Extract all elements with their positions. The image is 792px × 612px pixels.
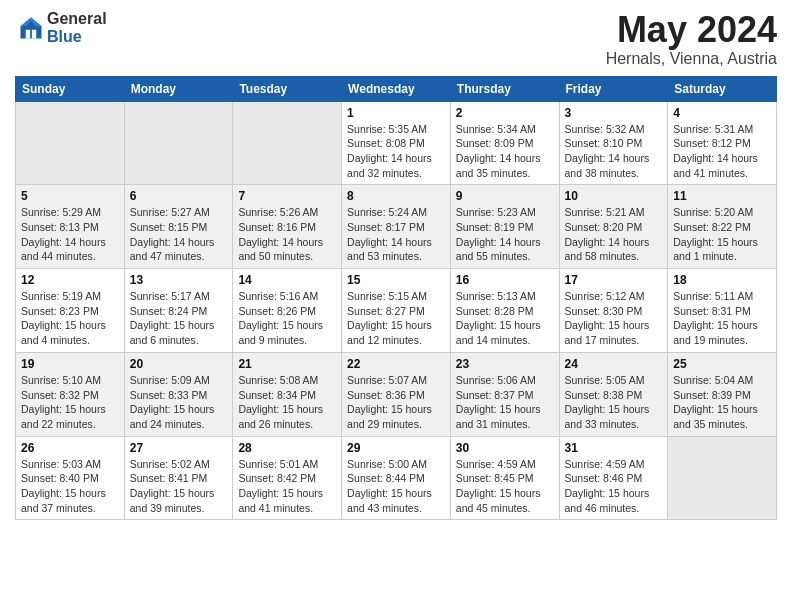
day-number: 10	[565, 189, 663, 203]
table-row	[16, 101, 125, 185]
day-info: Sunrise: 5:07 AM Sunset: 8:36 PM Dayligh…	[347, 373, 445, 432]
day-info: Sunrise: 5:35 AM Sunset: 8:08 PM Dayligh…	[347, 122, 445, 181]
calendar-header-row: Sunday Monday Tuesday Wednesday Thursday…	[16, 76, 777, 101]
table-row: 22 Sunrise: 5:07 AM Sunset: 8:36 PM Dayl…	[342, 352, 451, 436]
day-info: Sunrise: 5:29 AM Sunset: 8:13 PM Dayligh…	[21, 205, 119, 264]
calendar-row: 12 Sunrise: 5:19 AM Sunset: 8:23 PM Dayl…	[16, 269, 777, 353]
day-number: 21	[238, 357, 336, 371]
calendar-row: 19 Sunrise: 5:10 AM Sunset: 8:32 PM Dayl…	[16, 352, 777, 436]
day-number: 26	[21, 441, 119, 455]
day-number: 1	[347, 106, 445, 120]
day-info: Sunrise: 5:02 AM Sunset: 8:41 PM Dayligh…	[130, 457, 228, 516]
col-saturday: Saturday	[668, 76, 777, 101]
table-row: 9 Sunrise: 5:23 AM Sunset: 8:19 PM Dayli…	[450, 185, 559, 269]
table-row: 25 Sunrise: 5:04 AM Sunset: 8:39 PM Dayl…	[668, 352, 777, 436]
col-wednesday: Wednesday	[342, 76, 451, 101]
day-info: Sunrise: 5:31 AM Sunset: 8:12 PM Dayligh…	[673, 122, 771, 181]
day-info: Sunrise: 5:09 AM Sunset: 8:33 PM Dayligh…	[130, 373, 228, 432]
day-number: 2	[456, 106, 554, 120]
table-row: 11 Sunrise: 5:20 AM Sunset: 8:22 PM Dayl…	[668, 185, 777, 269]
day-info: Sunrise: 5:03 AM Sunset: 8:40 PM Dayligh…	[21, 457, 119, 516]
header: General Blue May 2024 Hernals, Vienna, A…	[15, 10, 777, 68]
day-info: Sunrise: 4:59 AM Sunset: 8:46 PM Dayligh…	[565, 457, 663, 516]
day-info: Sunrise: 5:10 AM Sunset: 8:32 PM Dayligh…	[21, 373, 119, 432]
day-info: Sunrise: 5:19 AM Sunset: 8:23 PM Dayligh…	[21, 289, 119, 348]
calendar-row: 5 Sunrise: 5:29 AM Sunset: 8:13 PM Dayli…	[16, 185, 777, 269]
day-info: Sunrise: 5:12 AM Sunset: 8:30 PM Dayligh…	[565, 289, 663, 348]
table-row: 28 Sunrise: 5:01 AM Sunset: 8:42 PM Dayl…	[233, 436, 342, 520]
day-number: 14	[238, 273, 336, 287]
day-info: Sunrise: 5:34 AM Sunset: 8:09 PM Dayligh…	[456, 122, 554, 181]
day-number: 30	[456, 441, 554, 455]
table-row: 10 Sunrise: 5:21 AM Sunset: 8:20 PM Dayl…	[559, 185, 668, 269]
table-row: 21 Sunrise: 5:08 AM Sunset: 8:34 PM Dayl…	[233, 352, 342, 436]
table-row: 19 Sunrise: 5:10 AM Sunset: 8:32 PM Dayl…	[16, 352, 125, 436]
day-info: Sunrise: 5:27 AM Sunset: 8:15 PM Dayligh…	[130, 205, 228, 264]
day-number: 27	[130, 441, 228, 455]
day-info: Sunrise: 5:04 AM Sunset: 8:39 PM Dayligh…	[673, 373, 771, 432]
table-row	[233, 101, 342, 185]
day-number: 20	[130, 357, 228, 371]
day-info: Sunrise: 5:11 AM Sunset: 8:31 PM Dayligh…	[673, 289, 771, 348]
table-row: 7 Sunrise: 5:26 AM Sunset: 8:16 PM Dayli…	[233, 185, 342, 269]
table-row: 15 Sunrise: 5:15 AM Sunset: 8:27 PM Dayl…	[342, 269, 451, 353]
col-sunday: Sunday	[16, 76, 125, 101]
table-row: 5 Sunrise: 5:29 AM Sunset: 8:13 PM Dayli…	[16, 185, 125, 269]
table-row: 4 Sunrise: 5:31 AM Sunset: 8:12 PM Dayli…	[668, 101, 777, 185]
table-row: 14 Sunrise: 5:16 AM Sunset: 8:26 PM Dayl…	[233, 269, 342, 353]
col-tuesday: Tuesday	[233, 76, 342, 101]
table-row: 13 Sunrise: 5:17 AM Sunset: 8:24 PM Dayl…	[124, 269, 233, 353]
table-row: 23 Sunrise: 5:06 AM Sunset: 8:37 PM Dayl…	[450, 352, 559, 436]
svg-rect-3	[32, 29, 36, 38]
title-block: May 2024 Hernals, Vienna, Austria	[606, 10, 777, 68]
table-row: 24 Sunrise: 5:05 AM Sunset: 8:38 PM Dayl…	[559, 352, 668, 436]
day-info: Sunrise: 5:26 AM Sunset: 8:16 PM Dayligh…	[238, 205, 336, 264]
day-number: 5	[21, 189, 119, 203]
day-number: 16	[456, 273, 554, 287]
table-row: 27 Sunrise: 5:02 AM Sunset: 8:41 PM Dayl…	[124, 436, 233, 520]
day-info: Sunrise: 5:13 AM Sunset: 8:28 PM Dayligh…	[456, 289, 554, 348]
logo-blue: Blue	[47, 28, 107, 46]
day-number: 13	[130, 273, 228, 287]
day-number: 9	[456, 189, 554, 203]
table-row: 12 Sunrise: 5:19 AM Sunset: 8:23 PM Dayl…	[16, 269, 125, 353]
logo-general: General	[47, 10, 107, 28]
day-info: Sunrise: 5:24 AM Sunset: 8:17 PM Dayligh…	[347, 205, 445, 264]
day-info: Sunrise: 5:08 AM Sunset: 8:34 PM Dayligh…	[238, 373, 336, 432]
day-number: 3	[565, 106, 663, 120]
table-row: 8 Sunrise: 5:24 AM Sunset: 8:17 PM Dayli…	[342, 185, 451, 269]
calendar-row: 26 Sunrise: 5:03 AM Sunset: 8:40 PM Dayl…	[16, 436, 777, 520]
table-row: 16 Sunrise: 5:13 AM Sunset: 8:28 PM Dayl…	[450, 269, 559, 353]
svg-rect-2	[26, 29, 30, 38]
table-row: 29 Sunrise: 5:00 AM Sunset: 8:44 PM Dayl…	[342, 436, 451, 520]
table-row: 6 Sunrise: 5:27 AM Sunset: 8:15 PM Dayli…	[124, 185, 233, 269]
table-row: 1 Sunrise: 5:35 AM Sunset: 8:08 PM Dayli…	[342, 101, 451, 185]
table-row: 17 Sunrise: 5:12 AM Sunset: 8:30 PM Dayl…	[559, 269, 668, 353]
calendar: Sunday Monday Tuesday Wednesday Thursday…	[15, 76, 777, 521]
title-month: May 2024	[606, 10, 777, 50]
col-monday: Monday	[124, 76, 233, 101]
day-number: 25	[673, 357, 771, 371]
day-info: Sunrise: 5:06 AM Sunset: 8:37 PM Dayligh…	[456, 373, 554, 432]
table-row: 20 Sunrise: 5:09 AM Sunset: 8:33 PM Dayl…	[124, 352, 233, 436]
day-info: Sunrise: 5:23 AM Sunset: 8:19 PM Dayligh…	[456, 205, 554, 264]
day-number: 31	[565, 441, 663, 455]
day-number: 24	[565, 357, 663, 371]
day-number: 4	[673, 106, 771, 120]
day-number: 15	[347, 273, 445, 287]
table-row: 30 Sunrise: 4:59 AM Sunset: 8:45 PM Dayl…	[450, 436, 559, 520]
day-number: 11	[673, 189, 771, 203]
day-info: Sunrise: 5:16 AM Sunset: 8:26 PM Dayligh…	[238, 289, 336, 348]
day-info: Sunrise: 4:59 AM Sunset: 8:45 PM Dayligh…	[456, 457, 554, 516]
day-number: 19	[21, 357, 119, 371]
col-thursday: Thursday	[450, 76, 559, 101]
day-number: 29	[347, 441, 445, 455]
day-number: 7	[238, 189, 336, 203]
table-row: 3 Sunrise: 5:32 AM Sunset: 8:10 PM Dayli…	[559, 101, 668, 185]
day-number: 12	[21, 273, 119, 287]
table-row: 2 Sunrise: 5:34 AM Sunset: 8:09 PM Dayli…	[450, 101, 559, 185]
day-info: Sunrise: 5:32 AM Sunset: 8:10 PM Dayligh…	[565, 122, 663, 181]
calendar-row: 1 Sunrise: 5:35 AM Sunset: 8:08 PM Dayli…	[16, 101, 777, 185]
table-row: 26 Sunrise: 5:03 AM Sunset: 8:40 PM Dayl…	[16, 436, 125, 520]
day-number: 8	[347, 189, 445, 203]
